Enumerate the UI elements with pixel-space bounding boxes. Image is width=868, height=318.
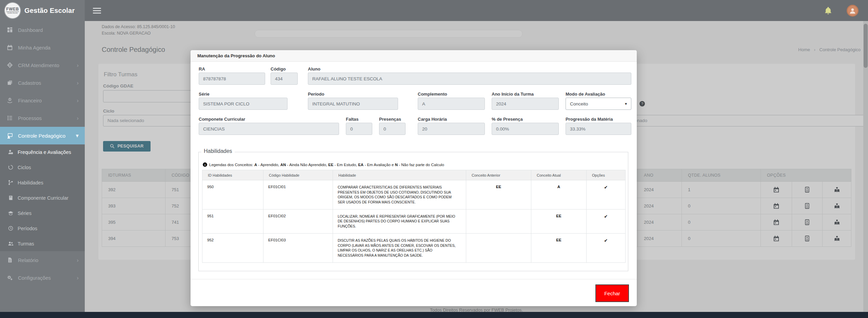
sidebar-item-label: Cadastros	[18, 80, 41, 86]
sidebar-item-processos[interactable]: Processos ›	[0, 109, 85, 127]
chevron-right-icon: ›	[77, 98, 79, 103]
chevron-down-icon: ▾	[625, 101, 627, 106]
sidebar-item-ciclos[interactable]: Ciclos	[0, 160, 85, 175]
sidebar-nav: Dashboard Minha Agenda CRM Atendimento ›…	[0, 21, 85, 286]
sidebar-item-label: Relatório	[18, 257, 38, 263]
col-conceito-anterior: Conceito Anterior	[466, 170, 531, 180]
confirm-check-icon[interactable]: ✔	[587, 180, 626, 210]
codigo-field	[271, 73, 298, 85]
aluno-label: Aluno	[308, 66, 320, 72]
cell-id: 951	[202, 209, 263, 233]
ra-label: RA	[199, 66, 205, 72]
user-avatar[interactable]	[847, 5, 859, 17]
periodo-label: Período	[308, 92, 324, 97]
serie-label: Série	[199, 92, 210, 97]
cell-conceito-anterior	[466, 209, 531, 233]
cell-codigo: EF01CI01	[263, 180, 333, 210]
chevron-right-icon: ›	[77, 257, 79, 263]
sidebar-item-frequencia-e-avaliacoes[interactable]: Frequência e Avaliações	[0, 144, 85, 160]
periodo-field	[308, 98, 398, 110]
fweb-logo-text: FWEB	[6, 7, 19, 12]
sidebar-item-cadastros[interactable]: Cadastros ›	[0, 74, 85, 92]
cycles-icon	[7, 164, 14, 171]
sidebar-item-label: Períodos	[18, 226, 37, 231]
app-window: FWEB Gestão Escolar Gestão Escolar Dashb…	[0, 0, 868, 318]
chevron-right-icon: ›	[77, 62, 79, 68]
menu-toggle-icon[interactable]	[93, 6, 101, 15]
sidebar-item-label: Ciclos	[18, 165, 31, 170]
sidebar-submenu: Frequência e Avaliações Ciclos Habilidad…	[0, 144, 85, 251]
chevron-down-icon: ▾	[76, 133, 79, 139]
fweb-logo-subtext: Gestão Escolar	[7, 12, 18, 14]
sidebar-item-configuracoes[interactable]: Configurações ›	[0, 269, 85, 286]
sidebar-item-label: Minha Agenda	[18, 45, 51, 51]
app-title: Gestão Escolar	[24, 7, 75, 15]
faltas-field	[346, 123, 372, 135]
ra-field	[199, 73, 265, 85]
confirm-check-icon[interactable]: ✔	[587, 209, 626, 233]
sidebar-item-label: Configurações	[18, 275, 51, 281]
modo-avaliacao-value: Conceito	[570, 101, 588, 106]
confirm-check-icon[interactable]: ✔	[587, 233, 626, 262]
sidebar: FWEB Gestão Escolar Gestão Escolar Dashb…	[0, 0, 85, 318]
sidebar-item-label: Dashboard	[18, 27, 43, 33]
habilidade-row: 951 EF01CI02 LOCALIZAR, NOMEAR E REPRESE…	[202, 209, 626, 233]
bottom-bar	[0, 312, 868, 318]
calendar-icon	[6, 44, 14, 51]
modal-header: Manutenção da Progressão do Aluno	[191, 50, 637, 62]
ano-inicio-label: Ano Início da Turma	[492, 92, 534, 97]
sidebar-item-turmas[interactable]: Turmas	[0, 236, 85, 251]
cell-id: 950	[202, 180, 263, 210]
serie-field	[199, 98, 288, 110]
sidebar-item-relatorio[interactable]: Relatório ›	[0, 251, 85, 269]
skills-icon	[7, 179, 14, 186]
sidebar-item-componente-curricular[interactable]: Componente Curricular	[0, 190, 85, 205]
cell-conceito-atual: EE	[531, 233, 587, 262]
progressao-materia-label: Progressão da Matéria	[566, 117, 613, 122]
cell-conceito-anterior: EE	[466, 180, 531, 210]
fechar-button[interactable]: Fechar	[595, 284, 629, 302]
crm-icon	[6, 62, 14, 68]
grades-icon	[7, 210, 14, 217]
cell-conceito-atual: A	[531, 180, 587, 210]
col-habilidade: Habilidade	[333, 170, 466, 180]
sidebar-item-minha-agenda[interactable]: Minha Agenda	[0, 39, 85, 56]
pedagogic-control-icon	[6, 132, 14, 139]
col-codigo-habilidade: Código Habilidade	[263, 170, 333, 180]
sidebar-item-periodos[interactable]: Períodos	[0, 221, 85, 236]
sidebar-item-series[interactable]: Séries	[0, 205, 85, 221]
sidebar-item-label: Processos	[18, 115, 42, 121]
cell-habilidade: COMPARAR CARACTERÍSTICAS DE DIFERENTES M…	[333, 180, 466, 210]
habilidade-row: 952 EF01CI03 DISCUTIR AS RAZÕES PELAS QU…	[202, 233, 626, 262]
aluno-field	[308, 73, 631, 85]
notifications-bell-icon[interactable]	[824, 6, 832, 15]
col-conceito-atual: Conceito Atual	[531, 170, 587, 180]
habilidade-row: 950 EF01CI01 COMPARAR CARACTERÍSTICAS DE…	[202, 180, 626, 210]
processes-icon	[6, 115, 14, 121]
cell-conceito-anterior	[466, 233, 531, 262]
componente-curricular-field	[199, 123, 339, 135]
sidebar-item-label: Turmas	[18, 241, 34, 246]
sidebar-item-crm-atendimento[interactable]: CRM Atendimento ›	[0, 56, 85, 74]
sidebar-item-dashboard[interactable]: Dashboard	[0, 21, 85, 39]
sidebar-item-controle-pedagogico[interactable]: Controle Pedagógico ▾	[0, 127, 85, 144]
topbar	[85, 0, 868, 21]
presencas-label: Presenças	[379, 117, 401, 122]
sidebar-item-financeiro[interactable]: Financeiro ›	[0, 92, 85, 109]
dashboard-icon	[6, 26, 14, 33]
chevron-right-icon: ›	[77, 80, 79, 86]
cell-codigo: EF01CI03	[263, 233, 333, 262]
cell-id: 952	[202, 233, 263, 262]
classes-icon	[7, 240, 14, 247]
chevron-right-icon: ›	[77, 115, 79, 121]
conceitos-legend: Legendas dos Conceitos: A - Aprendido, A…	[203, 162, 444, 167]
sidebar-item-label: Séries	[18, 211, 32, 216]
modo-avaliacao-select[interactable]: Conceito ▾	[566, 98, 631, 110]
pct-presenca-field	[492, 123, 559, 135]
habilidades-section: Habilidades Legendas dos Conceitos: A - …	[198, 152, 628, 271]
brand[interactable]: FWEB Gestão Escolar Gestão Escolar	[0, 0, 85, 21]
sidebar-item-habilidades[interactable]: Habilidades	[0, 175, 85, 190]
cell-codigo: EF01CI02	[263, 209, 333, 233]
sidebar-item-label: CRM Atendimento	[18, 62, 59, 68]
col-id-habilidades: ID Habilidades	[202, 170, 263, 180]
